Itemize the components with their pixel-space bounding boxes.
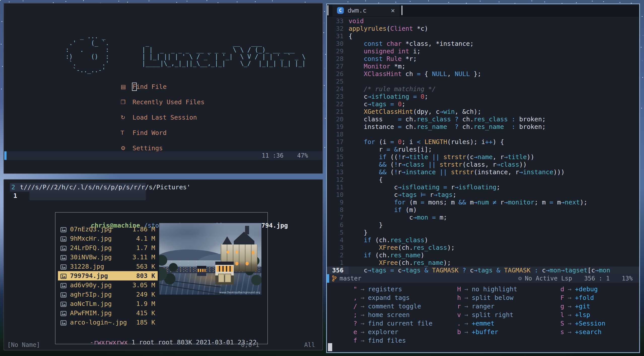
file-name: 799794.jpg: [70, 272, 108, 279]
cursor-position: 356 : 1: [584, 274, 609, 283]
code-line[interactable]: 4 if (ch.res_class): [327, 236, 639, 244]
whichkey-key: e: [337, 328, 357, 336]
code-line[interactable]: 15 if ((!r→title || strstr(c→name, r→tit…: [327, 153, 639, 161]
image-file-icon: [60, 310, 66, 316]
menu-item-recently-used-files[interactable]: ❐Recently Used Files: [121, 98, 205, 106]
menu-item-label: Load Last Session: [132, 114, 197, 121]
code-line[interactable]: 5 }: [327, 229, 639, 236]
whichkey-label: registers: [368, 286, 402, 293]
code-line[interactable]: 19 instance = ch.res_name ? ch.res_name …: [327, 123, 639, 131]
line-number: 20: [327, 116, 349, 123]
whichkey-label: explorer: [368, 328, 398, 336]
code-line[interactable]: 10 c→tags ⊨ r→tags;: [327, 191, 639, 199]
code-line[interactable]: 6 }: [327, 221, 639, 229]
arrow-icon: →: [361, 337, 364, 344]
desktop: _ ... _ .' (_ `. _ __ ___ : . : | | _ _ …: [0, 0, 644, 356]
file-row[interactable]: arco-login~.jpg185 K: [58, 318, 158, 327]
line-number: 9: [327, 199, 349, 206]
whichkey-binding: v→split right: [441, 310, 517, 319]
buffer-line[interactable]: 1: [4, 192, 322, 200]
file-size: 4.1 M: [136, 235, 155, 242]
code-line[interactable]: 25: [327, 78, 639, 85]
line-number: 13: [327, 168, 349, 176]
whichkey-binding: ?→find current file: [337, 319, 432, 328]
code-line[interactable]: 31{: [327, 32, 639, 40]
code-line[interactable]: 27 Monitor *m;: [327, 63, 639, 70]
code-line[interactable]: 20 class = ch.res_class ? ch.res_class :…: [327, 116, 639, 123]
code-line[interactable]: 33void: [327, 17, 639, 25]
copy-pages-icon: ❐: [121, 99, 128, 105]
code-line[interactable]: 26 XClassHint ch = { NULL, NULL };: [327, 70, 639, 78]
code-text: void: [349, 17, 364, 25]
whichkey-label: +lsp: [575, 311, 590, 318]
file-row[interactable]: ad6v90y.jpg3.05 M: [58, 280, 158, 290]
code-line[interactable]: 23 c→isfloating = 0;: [327, 93, 639, 100]
code-text: && (!r→instance || strstr(instance, r→in…: [349, 168, 565, 176]
line-number: 21: [327, 108, 349, 116]
menu-item-settings[interactable]: ⚙Settings: [121, 144, 205, 152]
code-line[interactable]: 9 for (m = mons; m && m→num ≠ r→monitor;…: [327, 199, 639, 206]
code-line[interactable]: 11 c→isfloating = r→isfloating;: [327, 184, 639, 191]
code-text: XFree(ch.res_name);: [349, 259, 451, 267]
arrow-icon: →: [568, 311, 571, 318]
code-line[interactable]: 12 {: [327, 176, 639, 184]
dashboard-cursor: [132, 83, 137, 91]
code-line[interactable]: 8 if (m): [327, 206, 639, 214]
code-line[interactable]: 16 r = &rules[i];: [327, 146, 639, 153]
file-row[interactable]: 30iNVBw.jpg3.11 M: [58, 253, 158, 262]
menu-item-label: Recently Used Files: [132, 98, 205, 106]
file-picker-popup: chris@machine /storag/Pictures/wallpaper…: [55, 212, 268, 344]
file-row[interactable]: 24LrDFQ.jpg1.7 M: [58, 243, 158, 253]
line-number: 29: [327, 48, 349, 55]
file-row[interactable]: aghr5Ip.jpg249 K: [58, 290, 158, 299]
line-number: 26: [327, 70, 349, 78]
code-line[interactable]: 22 c→tags = 0;: [327, 100, 639, 108]
code-line[interactable]: 17 for (i = 0; i < LENGTH(rules); i++) {: [327, 138, 639, 146]
code-line[interactable]: 30 const char *class, *instance;: [327, 40, 639, 48]
file-size: 3.11 M: [132, 254, 155, 261]
buffer-text: t///s/P//2/h/c/.l/s/n/s/p/p/s/r/r/s/Pict…: [20, 183, 190, 192]
file-row[interactable]: 9hMxcHr.jpg4.1 M: [58, 234, 158, 243]
code-line[interactable]: 28 const Rule *r;: [327, 55, 639, 63]
code-line[interactable]: 14 && (!r→class || strstr(class, r→class…: [327, 161, 639, 168]
code-line[interactable]: 1 XFree(ch.res_name);: [327, 259, 639, 267]
code-text: if ((!r→title || strstr(c→name, r→title)…: [349, 153, 534, 161]
whichkey-label: home screen: [368, 311, 410, 318]
code-line[interactable]: 3 XFree(ch.res_class);: [327, 244, 639, 252]
code-line[interactable]: 29 unsigned int i;: [327, 48, 639, 55]
gear-icon: ⚙: [121, 145, 128, 151]
code-line[interactable]: 18: [327, 131, 639, 138]
tab-close-button[interactable]: ×: [391, 7, 395, 14]
terminal-cursor: [328, 343, 332, 351]
tab-dwm-c[interactable]: C dwm.c ×: [332, 4, 399, 16]
code-text: Monitor *m;: [349, 63, 405, 70]
lsp-status: No Active Lsp: [525, 274, 572, 283]
file-row[interactable]: APwFMIM.jpg415 K: [58, 308, 158, 318]
whichkey-key: s: [544, 328, 564, 336]
arrow-icon: →: [568, 328, 571, 336]
file-lines-icon: ▤: [121, 84, 128, 90]
code-line[interactable]: 21 XGetClassHint(dpy, c→win, &ch);: [327, 108, 639, 116]
file-row[interactable]: aoNcTLm.jpg1.9 M: [58, 299, 158, 308]
whichkey-col-1: "→registers,→expand tags/→comment toggle…: [337, 285, 432, 345]
buffer-line[interactable]: 2 t///s/P//2/h/c/.l/s/n/s/p/p/s/r/r/s/Pi…: [4, 183, 322, 192]
code-area[interactable]: 33void32applyrules(Client *c)31{30 const…: [327, 17, 639, 274]
file-row[interactable]: 07nEzQ3.jpg1.86 M: [58, 225, 158, 234]
preview-chimney: [245, 226, 249, 234]
code-line[interactable]: 13 && (!r→instance || strstr(instance, r…: [327, 168, 639, 176]
arrow-icon: →: [464, 320, 468, 327]
menu-item-label: Find Word: [132, 129, 166, 136]
file-row[interactable]: 799794.jpg803 K: [58, 271, 158, 280]
menu-item-find-word[interactable]: TFind Word: [121, 129, 205, 136]
code-line[interactable]: 32applyrules(Client *c): [327, 25, 639, 32]
code-line[interactable]: 2 if (ch.res_name): [327, 252, 639, 259]
stars-decoration-dim: [0, 0, 1, 1]
preview-watermark: www.DesktopBackground.org: [219, 291, 260, 294]
file-row[interactable]: 31228.jpg563 K: [58, 262, 158, 271]
file-size: 1.86 M: [132, 226, 155, 233]
code-line[interactable]: 356 c→tags = c→tags & TAGMASK ? c→tags &…: [327, 267, 639, 274]
code-line[interactable]: 24 /* rule matching */: [327, 85, 639, 93]
whichkey-key: ": [337, 286, 357, 293]
menu-item-load-last-session[interactable]: ↻Load Last Session: [121, 114, 205, 121]
code-line[interactable]: 7 c→mon = m;: [327, 214, 639, 221]
